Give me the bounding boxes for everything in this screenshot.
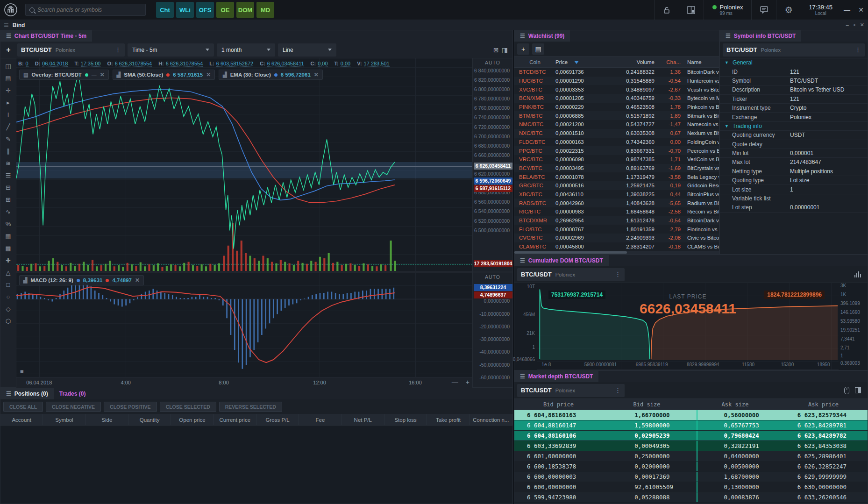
section-trading-info[interactable]: ▼ Trading info [720, 122, 868, 131]
depth-row[interactable]: 6 601,00000000 0,25000000 0,04000000 6 6… [514, 451, 868, 461]
watchlist-row[interactable]: PPC/BTC 0,00022315 0,83667331 -0,70 Peer… [514, 146, 719, 155]
minimize-button[interactable]: — [840, 0, 854, 20]
watchlist-row[interactable]: CVC/BTC 0,00002969 2,24909393 -2,08 Civi… [514, 234, 719, 242]
watchlist-row[interactable]: RIC/BTC 0,00000983 1,68458648 -2,58 Riec… [514, 207, 719, 216]
depth-row[interactable]: 6 600,00000000 92,61005509 0,13000000 6 … [514, 482, 868, 492]
watchlist-row[interactable]: FLO/BTC 0,00000767 1,80191359 -2,79 Flor… [514, 225, 719, 234]
column-header[interactable]: Ask size [691, 399, 779, 410]
panel-menu-icon[interactable]: ☰ [6, 33, 11, 39]
positions-action-button[interactable]: CLOSE SELECTED [160, 402, 216, 412]
drawing-tool-icon[interactable]: ◇ [2, 303, 14, 315]
price-pane[interactable]: B: 0 D: 06.04.2018 T: 17:35:00 O: [16, 58, 472, 271]
drawing-tool-icon[interactable]: ⬡ [2, 315, 14, 327]
column-header[interactable]: Cha... [659, 59, 683, 65]
drawing-tool-icon[interactable]: □ [2, 279, 14, 291]
drawing-tool-icon[interactable]: △ [2, 267, 14, 278]
depth-row[interactable]: 6 604,88160163 1,66700000 0,56000000 6 6… [514, 410, 868, 420]
drawing-tool-icon[interactable]: I [2, 109, 14, 121]
connection-status[interactable]: Poloniex 99 ms [704, 4, 752, 16]
drawing-tool-icon[interactable]: ≋ [2, 157, 14, 169]
chart-panel-tab[interactable]: ☰ Chart BTC/USDT Time - 5m [0, 30, 92, 42]
depth-row[interactable]: 6 599,94723980 0,05288088 0,00083876 6 6… [514, 492, 868, 503]
depth-row[interactable]: 6 604,88160106 0,02905239 0,79680424 6 6… [514, 431, 868, 441]
watchlist-row[interactable]: BCN/XMR 0,00001205 0,40346759 -0,33 Byte… [514, 94, 719, 103]
drawing-tool-icon[interactable]: ╱ [2, 121, 14, 133]
watchlist-row[interactable]: NXC/BTC 0,00001510 0,63035308 0,67 Nexiu… [514, 129, 719, 138]
column-header[interactable]: Take profit [427, 414, 470, 425]
watchlist-row[interactable]: HUC/BTC 0,00001290 0,31545889 -0,54 Hunt… [514, 77, 719, 85]
chart-split-panel-icon[interactable]: ◨ [502, 46, 508, 54]
macd-axis[interactable]: AUTO 10,000000000,00000000-10,00000000-2… [473, 273, 512, 377]
bind-maximize-icon[interactable]: ▫ [854, 22, 855, 28]
drawing-tool-icon[interactable]: ▩ [2, 242, 14, 254]
layout-icon[interactable] [679, 0, 704, 20]
macd-pane[interactable]: ▟ MACD (12: 26: 9) 8,39631 4,74897 ✕ ≡ [16, 273, 472, 377]
close-icon[interactable]: ✕ [100, 71, 105, 78]
drawing-tool-icon[interactable]: ✛ [2, 85, 14, 96]
watchlist-row[interactable]: VRC/BTC 0,00006098 0,98747385 -1,71 Veri… [514, 155, 719, 164]
drawing-tool-icon[interactable]: ▦ [2, 230, 14, 242]
symbol-info-tab[interactable]: ☰ Symbol info BTC/USDT [720, 30, 801, 42]
search-input[interactable] [37, 7, 142, 13]
watchlist-row[interactable]: BELA/BTC 0,00001078 1,17319479 -3,58 Bel… [514, 172, 719, 181]
cumulative-dom-tab[interactable]: ☰ Cumulative DOM BTC/USDT [514, 255, 609, 266]
workspace-button[interactable]: DOM [236, 2, 254, 18]
cumdom-symbol-selector[interactable]: BTC/USDT Poloniex ⋮ [517, 268, 625, 281]
drawing-tool-icon[interactable]: ∥ [2, 145, 14, 157]
filter-icon[interactable] [574, 61, 579, 64]
close-icon[interactable]: ✕ [135, 277, 140, 284]
close-icon[interactable]: ✕ [314, 71, 319, 78]
sma-indicator-chip[interactable]: ▟ SMA (50:Close) 6 587,91615 ✕ [113, 70, 215, 80]
panel-menu-icon[interactable]: ☰ [520, 373, 525, 380]
axis-auto-label[interactable]: AUTO [473, 60, 512, 65]
watchlist-row[interactable]: BTCD/XMR 0,26962954 1,61312478 -0,54 Bit… [514, 216, 719, 225]
panel-menu-icon[interactable]: ☰ [6, 390, 11, 397]
column-header[interactable]: Symbol [43, 414, 85, 425]
timeframe-select[interactable]: Time - 5m [128, 43, 214, 57]
drawing-tool-icon[interactable]: ✚ [2, 255, 14, 266]
watchlist-row[interactable]: PINK/BTC 0,00000229 0,46523508 1,78 Pink… [514, 103, 719, 112]
scrollbar-thumb[interactable] [514, 251, 627, 254]
depth-symbol-selector[interactable]: BTC/USDT Poloniex ⋮ [517, 384, 625, 397]
mouse-trading-icon[interactable] [844, 387, 849, 394]
bind-close-icon[interactable]: ✕ [860, 22, 864, 28]
drawing-tool-icon[interactable]: ☰ [2, 170, 14, 181]
column-header[interactable]: Name [683, 59, 719, 65]
column-header[interactable]: Ask price [779, 399, 868, 410]
column-header[interactable]: Fee [299, 414, 342, 425]
positions-action-button[interactable]: CLOSE NEGATIVE [46, 402, 101, 412]
column-header[interactable]: Bid price [514, 399, 603, 410]
tab-positions[interactable]: ☰ Positions (0) [0, 388, 54, 399]
column-header[interactable]: Side [86, 414, 128, 425]
chart-symbol-selector[interactable]: BTC/USDT Poloniex ⋮ [17, 43, 125, 57]
drawing-tool-icon[interactable]: ⊟ [2, 182, 14, 193]
kebab-menu-icon[interactable]: ⋮ [615, 387, 621, 394]
watchlist-row[interactable]: XVC/BTC 0,00003353 0,34889097 -2,67 Vcas… [514, 85, 719, 94]
chart-style-select[interactable]: Line [278, 43, 336, 57]
zoom-in-button[interactable]: + [466, 378, 470, 386]
watchlist-row[interactable]: BCY/BTC 0,00003495 0,89163769 -1,69 BitC… [514, 164, 719, 173]
column-header[interactable]: Quantity [128, 414, 171, 425]
chat-icon[interactable] [752, 0, 776, 20]
column-header[interactable]: Coin [514, 59, 555, 65]
positions-action-button[interactable]: REVERSE SELECTED [219, 402, 282, 412]
watchlist-row[interactable]: RADS/BTC 0,00042960 1,40843628 -5,65 Rad… [514, 199, 719, 207]
watchlist-row[interactable]: XBC/BTC 0,00436110 1,39038225 -0,44 Bitc… [514, 190, 719, 199]
column-header[interactable]: Volume [604, 59, 659, 65]
bind-minimize-icon[interactable]: – [846, 22, 849, 28]
column-header[interactable]: Account [0, 414, 43, 425]
chart-plot-area[interactable]: B: 0 D: 06.04.2018 T: 17:35:00 O: [16, 58, 472, 387]
workspace-button[interactable]: MD [256, 2, 274, 18]
price-axis-column[interactable]: AUTO 6 840,000000006 820,000000006 800,0… [472, 58, 512, 387]
drawing-tool-icon[interactable]: ▸ [2, 97, 14, 108]
dom-chart[interactable]: 753176937.2915714 1824.7812212899896 LAS… [537, 283, 839, 370]
depth-row[interactable]: 6 600,18538378 0,02000000 0,00500000 6 6… [514, 461, 868, 472]
column-header[interactable]: Bid size [603, 399, 691, 410]
symbol-info-symbol-selector[interactable]: BTC/USDT Poloniex ⋮ [723, 43, 865, 57]
drawing-tool-icon[interactable]: ◫ [2, 60, 14, 72]
drawing-tool-icon[interactable]: ○ [2, 291, 14, 303]
dom-chart-mode-icon[interactable] [854, 271, 865, 277]
depth-row[interactable]: 6 603,33692839 0,00049305 0,32822191 6 6… [514, 441, 868, 451]
panel-menu-icon[interactable]: ☰ [520, 257, 525, 264]
depth-row[interactable]: 6 604,88160147 1,59800000 0,65767753 6 6… [514, 420, 868, 431]
